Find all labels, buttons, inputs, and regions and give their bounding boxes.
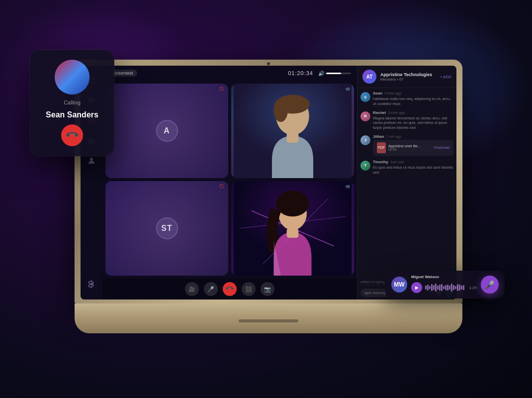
volume-icon: 🔊 — [318, 71, 324, 76]
voice-player: ▶ 1:25 — [411, 282, 477, 293]
chat-time-rachel: 3 mins ago — [388, 111, 405, 114]
video-cell-a: A 🚫 — [105, 84, 228, 178]
chat-group-avatar: AT — [362, 70, 376, 84]
screen-share-button[interactable]: ⬛ — [242, 282, 256, 296]
chat-content-rachel: Rachel 3 mins ago Magna laboris fermentu… — [373, 110, 453, 130]
waveform-bar — [435, 284, 437, 292]
waveform-bar — [453, 285, 454, 290]
video-grid: A 🚫 📹 — [102, 81, 357, 279]
waveform-bar — [451, 284, 452, 292]
laptop-screen-frame: screentest 01:20:34 🔊 A — [75, 60, 462, 303]
voice-waveform — [425, 283, 466, 293]
waveform-bar — [441, 284, 443, 291]
laptop-brand: ChangeThis — [249, 309, 288, 315]
file-size: 00:56 — [388, 148, 432, 151]
chat-sender-jillian: Jillian — [373, 134, 384, 139]
chat-message-timothy: T Timothy Just now Eu quis sed tellus ut… — [360, 160, 453, 175]
calling-label: Calling — [64, 100, 81, 105]
chat-sender-timothy: Timothy — [373, 160, 388, 164]
call-timer: 01:20:34 — [288, 70, 313, 76]
video-cell-st: ST 🚫 — [105, 181, 228, 276]
chat-avatar-sean: S — [360, 92, 370, 102]
waveform-bar — [431, 284, 433, 291]
chat-sender-rachel: Rachel — [373, 110, 386, 115]
calling-avatar-image — [55, 60, 89, 95]
app-main: screentest 01:20:34 🔊 A — [102, 66, 357, 299]
chat-sender-sean: Sean — [373, 91, 382, 96]
waveform-bar — [433, 285, 435, 290]
voice-play-button[interactable]: ▶ — [411, 282, 422, 293]
waveform-bar — [459, 285, 460, 291]
waveform-bar — [427, 285, 429, 291]
waveform-bar — [461, 286, 462, 290]
hangup-button[interactable]: 📞 — [61, 124, 83, 146]
volume-bar[interactable] — [326, 73, 351, 74]
svg-point-18 — [276, 191, 309, 216]
call-controls: 🎥 🎤 📞 ⬛ 📷 — [102, 279, 357, 299]
waveform-bar — [445, 285, 446, 290]
mic-toggle-button[interactable]: 🎤 — [204, 282, 218, 296]
chat-message-rachel: R Rachel 3 mins ago Magna laboris fermen… — [360, 110, 453, 130]
add-member-button[interactable]: + ADD — [440, 75, 451, 79]
calling-name: Sean Sanders — [46, 110, 98, 119]
chat-avatar-rachel: R — [360, 111, 370, 121]
svg-rect-12 — [287, 132, 299, 142]
chat-message-sean: S Sean 4 mins ago habitasse nulla non ne… — [360, 91, 453, 106]
mic-off-icon-st: 🚫 — [219, 184, 224, 189]
laptop-base-notch — [239, 319, 298, 322]
waveform-bar — [437, 286, 439, 290]
waveform-bar — [449, 286, 450, 290]
camera-on-icon: 📹 — [345, 87, 350, 91]
chat-avatar-timothy: T — [360, 161, 370, 171]
file-download-button[interactable]: Download — [434, 146, 449, 149]
voice-mic-button[interactable]: 🎤 — [481, 276, 499, 294]
chat-content-sean: Sean 4 mins ago habitasse nulla non neq,… — [373, 91, 453, 106]
calling-card: Calling Sean Sanders 📞 — [30, 50, 114, 156]
chat-header-info: Appristine Technologies Members • 67 — [380, 72, 436, 82]
chat-content-timothy: Timothy Just now Eu quis sed tellus ut r… — [373, 160, 453, 175]
svg-point-6 — [90, 158, 93, 161]
person-silhouette-woman — [231, 181, 354, 276]
chat-text-timothy: Eu quis sed tellus ut risus turpis nisl … — [373, 165, 453, 175]
laptop-base: ChangeThis — [75, 303, 462, 333]
waveform-bar — [455, 286, 456, 289]
chat-text-rachel: Magna laboris fermentum ac donec arcu, n… — [373, 116, 453, 130]
chat-time-timothy: Just now — [390, 160, 404, 164]
sidebar-icon-settings[interactable] — [86, 279, 97, 290]
volume-fill — [326, 73, 341, 74]
avatar-letter-st: ST — [156, 217, 178, 239]
laptop-camera — [267, 62, 270, 65]
person-silhouette-man — [231, 84, 354, 178]
waveform-bar — [429, 286, 431, 289]
video-avatar-st: ST — [105, 181, 228, 276]
voice-sender-name: Miguel Watson — [411, 275, 439, 279]
file-name: Appristine work file... — [388, 144, 432, 148]
call-topbar: screentest 01:20:34 🔊 — [102, 66, 357, 81]
svg-point-11 — [274, 99, 288, 122]
laptop-screen: screentest 01:20:34 🔊 A — [81, 66, 456, 299]
chat-panel: AT Appristine Technologies Members • 67 … — [357, 66, 456, 299]
volume-control[interactable]: 🔊 — [318, 71, 351, 76]
chat-time-jillian: 1 min ago — [386, 135, 402, 138]
svg-rect-19 — [287, 228, 299, 238]
video-avatar-a: A — [105, 84, 228, 178]
file-icon: PDF — [377, 142, 386, 153]
waveform-bar — [447, 285, 448, 291]
chat-file-attachment: PDF Appristine work file... 00:56 Downlo… — [373, 140, 453, 156]
mic-off-icon: 🚫 — [219, 87, 224, 91]
voice-duration: 1:25 — [469, 286, 477, 290]
waveform-bar — [425, 286, 427, 290]
end-call-button[interactable]: 📞 — [220, 279, 240, 299]
waveform-bar — [439, 285, 441, 291]
video-toggle-button[interactable]: 🎥 — [185, 282, 199, 296]
sidebar-icon-contacts[interactable] — [86, 155, 97, 166]
chat-group-name: Appristine Technologies — [380, 72, 436, 77]
phone-icon: 📞 — [64, 127, 80, 143]
voice-message-card: MW Miguel Watson ▶ 1:25 🎤 — [385, 271, 505, 298]
camera-on-icon-woman: 📹 — [345, 184, 350, 189]
chat-message-jillian: J Jillian 1 min ago PDF Appristine work … — [360, 134, 453, 156]
snapshot-button[interactable]: 📷 — [261, 282, 274, 296]
chat-content-jillian: Jillian 1 min ago PDF Appristine work fi… — [373, 134, 453, 156]
video-cell-woman: 📹 — [231, 181, 354, 276]
chat-group-subtitle: Members • 67 — [380, 77, 436, 82]
